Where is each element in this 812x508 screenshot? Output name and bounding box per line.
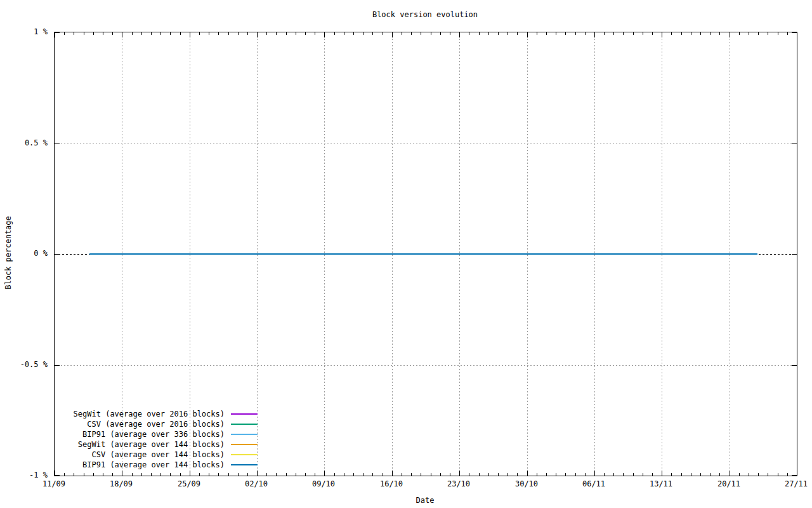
x-minor-tick: [160, 32, 161, 35]
x-minor-tick: [604, 473, 605, 476]
x-minor-tick: [64, 473, 65, 476]
x-minor-tick: [488, 32, 489, 35]
x-minor-tick: [585, 473, 586, 476]
legend-label: SegWit (average over 2016 blocks): [74, 410, 225, 418]
x-minor-tick: [681, 32, 682, 35]
x-minor-tick: [749, 32, 749, 35]
x-minor-tick: [749, 473, 749, 476]
y-major-tick: [55, 365, 60, 366]
x-minor-tick: [276, 473, 277, 476]
x-minor-tick: [180, 473, 181, 476]
x-tick-label: 11/09: [29, 479, 79, 488]
x-minor-tick: [305, 32, 306, 35]
x-minor-tick: [363, 473, 363, 476]
legend-label: BIP91 (average over 144 blocks): [82, 460, 225, 469]
x-minor-tick: [93, 32, 94, 35]
x-minor-tick: [575, 473, 576, 476]
x-minor-tick: [681, 473, 682, 476]
x-major-tick: [55, 32, 55, 37]
x-minor-tick: [296, 32, 296, 35]
x-minor-tick: [266, 473, 267, 476]
x-minor-tick: [305, 473, 306, 476]
x-minor-tick: [546, 32, 547, 35]
x-minor-tick: [74, 473, 74, 476]
x-minor-tick: [180, 32, 181, 35]
x-minor-tick: [623, 473, 624, 476]
x-minor-tick: [671, 32, 672, 35]
horizontal-gridline: [55, 365, 797, 366]
x-tick-label: 06/11: [568, 479, 619, 488]
x-minor-tick: [363, 32, 363, 35]
chart-legend: SegWit (average over 2016 blocks)CSV (av…: [54, 409, 258, 470]
legend-row: CSV (average over 2016 blocks): [54, 419, 258, 429]
x-major-tick: [459, 32, 460, 37]
x-minor-tick: [431, 473, 431, 476]
x-minor-tick: [218, 32, 219, 35]
x-minor-tick: [700, 32, 701, 35]
x-minor-tick: [402, 32, 402, 35]
x-minor-tick: [469, 473, 469, 476]
x-minor-tick: [383, 32, 383, 35]
chart-canvas: Block version evolution Block percentage…: [0, 0, 812, 508]
x-major-tick: [324, 471, 325, 476]
x-minor-tick: [353, 473, 354, 476]
legend-line-swatch: [231, 444, 258, 445]
x-minor-tick: [517, 32, 518, 35]
x-major-tick: [527, 32, 528, 37]
x-minor-tick: [344, 32, 344, 35]
x-minor-tick: [160, 473, 161, 476]
legend-row: CSV (average over 144 blocks): [54, 450, 258, 460]
x-minor-tick: [613, 32, 614, 35]
x-minor-tick: [151, 473, 152, 476]
x-minor-tick: [112, 32, 113, 35]
x-minor-tick: [739, 473, 740, 476]
x-tick-label: 20/11: [704, 479, 754, 488]
horizontal-gridline: [55, 144, 797, 144]
x-tick-label: 09/10: [298, 479, 349, 488]
x-minor-tick: [209, 32, 209, 35]
x-minor-tick: [565, 473, 566, 476]
legend-label: CSV (average over 2016 blocks): [87, 420, 225, 429]
legend-label: SegWit (average over 144 blocks): [78, 440, 225, 449]
x-tick-label: 16/10: [366, 479, 417, 488]
x-major-tick: [662, 471, 662, 476]
x-minor-tick: [479, 473, 480, 476]
x-minor-tick: [334, 32, 335, 35]
x-tick-label: 27/11: [771, 479, 812, 488]
x-minor-tick: [411, 32, 412, 35]
x-tick-label: 02/10: [231, 479, 282, 488]
chart-title: Block version evolution: [54, 10, 796, 19]
x-minor-tick: [778, 473, 778, 476]
x-minor-tick: [199, 473, 200, 476]
x-minor-tick: [768, 32, 768, 35]
x-minor-tick: [643, 473, 643, 476]
x-minor-tick: [170, 473, 171, 476]
x-minor-tick: [719, 473, 720, 476]
x-minor-tick: [421, 32, 421, 35]
y-major-tick: [792, 32, 797, 33]
x-tick-label: 18/09: [96, 479, 147, 488]
x-minor-tick: [141, 32, 142, 35]
x-minor-tick: [450, 32, 450, 35]
x-major-tick: [122, 32, 122, 37]
x-axis-title: Date: [54, 496, 796, 505]
x-minor-tick: [315, 473, 315, 476]
x-minor-tick: [613, 473, 614, 476]
x-minor-tick: [556, 32, 556, 35]
x-minor-tick: [383, 473, 383, 476]
y-tick-label: -0.5 %: [3, 360, 48, 369]
x-minor-tick: [604, 32, 605, 35]
x-minor-tick: [103, 32, 103, 35]
x-minor-tick: [440, 473, 441, 476]
x-major-tick: [797, 32, 797, 37]
x-minor-tick: [739, 32, 740, 35]
x-tick-label: 25/09: [164, 479, 214, 488]
x-minor-tick: [276, 32, 277, 35]
legend-line-swatch: [231, 464, 258, 465]
x-minor-tick: [498, 473, 499, 476]
legend-label: BIP91 (average over 336 blocks): [82, 430, 225, 439]
x-minor-tick: [488, 473, 489, 476]
x-minor-tick: [170, 32, 171, 35]
y-major-tick: [55, 475, 60, 476]
legend-line-swatch: [231, 434, 258, 435]
